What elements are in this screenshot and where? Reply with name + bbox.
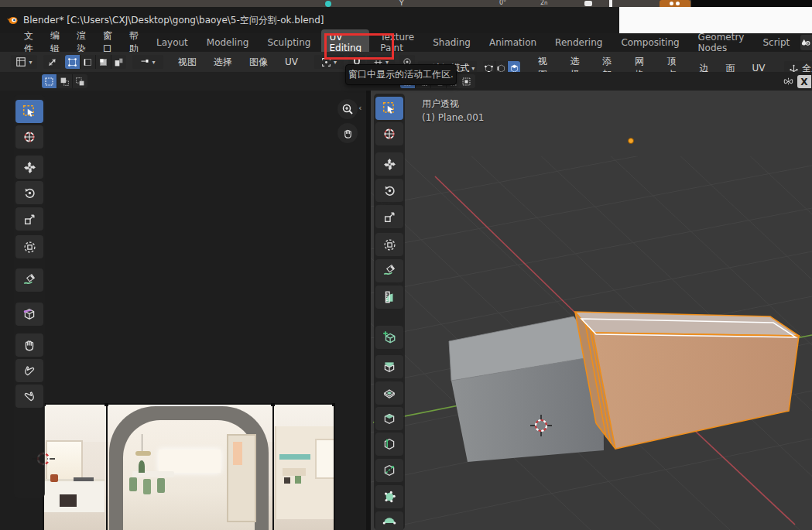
- uv-menu-select[interactable]: 选择: [205, 56, 241, 69]
- pano-shelf: [283, 468, 306, 476]
- tab-shading[interactable]: Shading: [425, 35, 478, 50]
- uv-boxselect-new-button[interactable]: [42, 74, 57, 88]
- chevron-down-icon: ▾: [471, 65, 475, 72]
- uv-tool-cursor[interactable]: [15, 125, 43, 149]
- remnant-glyph-deg: 0°: [499, 0, 506, 6]
- v3d-tool-knife[interactable]: [375, 459, 403, 482]
- v3d-tool-spin[interactable]: [375, 511, 403, 530]
- uv-tool-annotate[interactable]: [15, 268, 43, 292]
- v3d-tool-cursor[interactable]: [375, 122, 403, 145]
- object-origin-dot: [629, 138, 634, 144]
- pano-plant: [139, 460, 145, 473]
- v3d-tool-bevel[interactable]: [375, 407, 403, 430]
- scene-icon: [800, 37, 811, 48]
- v3d-tool-add-cube[interactable]: [375, 326, 403, 349]
- remnant-orange-app-icon: [660, 0, 690, 7]
- uv-vertex[interactable]: [271, 403, 275, 406]
- tooltip-text: 窗口中显示的活动工作区.: [348, 68, 454, 81]
- uv-boxselect-extend-button[interactable]: [57, 74, 73, 88]
- red-annotation-box: [324, 33, 394, 60]
- uv-tool-transform[interactable]: [15, 235, 43, 258]
- uv-tool-grab[interactable]: [15, 333, 43, 357]
- v3d-tool-select-box[interactable]: [375, 97, 403, 120]
- uv-zoom-gizmo[interactable]: [337, 99, 358, 119]
- uv-selection-mode-group: [65, 55, 126, 69]
- uv-tool-rip-region[interactable]: [15, 303, 43, 326]
- tab-compositing[interactable]: Compositing: [613, 35, 687, 50]
- pano-pendant-wire: [142, 434, 142, 453]
- uv-editor-area[interactable]: ‹: [0, 91, 366, 530]
- pano-far-window: [159, 450, 221, 473]
- remnant-white-icon: [584, 1, 592, 6]
- uv-select-vertex-button[interactable]: [65, 55, 81, 69]
- v3d-tool-annotate[interactable]: [375, 259, 403, 282]
- background-window-strip: Y 0° 2n: [0, 0, 812, 7]
- tab-animation[interactable]: Animation: [481, 35, 544, 50]
- uv-tool-pinch[interactable]: [15, 385, 43, 408]
- pano-teal-shelf: [279, 454, 310, 460]
- scene-selector[interactable]: ▾: [800, 35, 812, 50]
- v3d-tool-rotate[interactable]: [375, 179, 403, 202]
- uv-vertex[interactable]: [332, 403, 335, 406]
- uv-vertex[interactable]: [104, 403, 108, 406]
- v3d-tool-loop-cut[interactable]: [375, 433, 403, 456]
- uv-edge-right: [334, 403, 335, 530]
- uv-select-edge-button[interactable]: [81, 55, 96, 69]
- uv-editor-icon: [15, 56, 26, 67]
- uv-menu-image[interactable]: 图像: [241, 56, 276, 69]
- chevron-down-icon: ▾: [152, 59, 155, 66]
- tab-sculpting[interactable]: Sculpting: [259, 35, 318, 50]
- uv-boxselect-subtract-button[interactable]: [73, 74, 87, 88]
- uv-image[interactable]: [43, 403, 335, 530]
- uv-sync-selection-toggle[interactable]: [43, 55, 60, 69]
- v3d-boxselect-intersect-button[interactable]: [457, 74, 475, 88]
- v3d-tool-measure[interactable]: [375, 286, 403, 309]
- tab-layout[interactable]: Layout: [149, 35, 196, 50]
- viewport-3d-scene: [371, 91, 812, 530]
- uv-toolbar: [14, 95, 45, 498]
- tab-modeling[interactable]: Modeling: [199, 35, 257, 50]
- v3d-symmetry-group: X: [783, 75, 811, 88]
- uv-select-face-button[interactable]: [96, 55, 111, 69]
- v3d-tool-poly-build[interactable]: [375, 485, 403, 508]
- tab-rendering[interactable]: Rendering: [547, 35, 610, 50]
- v3d-tool-move[interactable]: [375, 152, 403, 176]
- uv-select-island-button[interactable]: [111, 55, 126, 69]
- uv-tool-move[interactable]: [15, 156, 43, 179]
- viewport-3d-area[interactable]: 用户透视 (1) Plane.001: [371, 91, 812, 530]
- remnant-glyph-y: Y: [399, 0, 404, 7]
- tab-script[interactable]: Script: [755, 35, 797, 50]
- uv-tool-scale[interactable]: [15, 207, 43, 231]
- chevron-down-icon: ▾: [29, 59, 32, 66]
- pano-kitchen-item: [50, 474, 58, 482]
- uv-tool-relax[interactable]: [15, 359, 43, 382]
- v3d-symmetry-x-toggle[interactable]: X: [797, 75, 811, 88]
- pano-right-window: [315, 439, 335, 479]
- uv-sticky-selection-dropdown[interactable]: ▾: [132, 55, 163, 69]
- viewport-object-label: (1) Plane.001: [422, 112, 484, 123]
- remnant-white-bar: [609, 0, 612, 7]
- uv-edge-seam2: [272, 403, 274, 530]
- blender-logo-icon: [6, 14, 19, 26]
- v3d-tool-inset-faces[interactable]: [375, 381, 403, 405]
- uv-pan-gizmo[interactable]: [337, 123, 358, 143]
- remnant-glyph-2: 2n: [540, 0, 548, 6]
- v3d-tool-scale[interactable]: [375, 205, 403, 228]
- workspace-tooltip: 窗口中显示的活动工作区.: [345, 64, 457, 85]
- uv-editor-type-dropdown[interactable]: ▾: [11, 55, 37, 69]
- uv-edge-top: [43, 403, 335, 405]
- remnant-black-strip: [691, 0, 812, 7]
- uv-tool-rotate[interactable]: [15, 181, 43, 204]
- pano-oven: [60, 494, 77, 507]
- v3d-toolbar: [374, 94, 405, 530]
- pano-shelf-plant: [295, 476, 301, 484]
- v3d-tool-transform[interactable]: [375, 233, 403, 256]
- v3d-tool-extrude-region[interactable]: [375, 355, 403, 378]
- uv-boxselect-mode-group: [42, 74, 87, 88]
- pano-door-glow: [233, 442, 242, 465]
- uv-tool-select-box[interactable]: [15, 100, 43, 123]
- pano-stove: [74, 477, 94, 481]
- uv-menu-view[interactable]: 视图: [170, 56, 205, 69]
- uv-menu-uv[interactable]: UV: [276, 56, 307, 67]
- uv-sidebar-collapse-arrow[interactable]: ‹: [358, 103, 361, 113]
